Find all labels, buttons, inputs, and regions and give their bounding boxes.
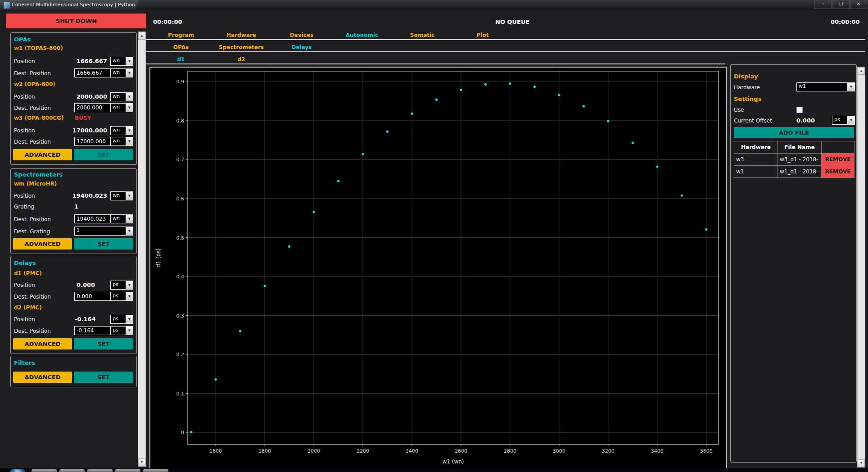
use-checkbox[interactable] (796, 107, 803, 113)
table-row: w1 w1_d1 - 2018- REMOVE (734, 166, 854, 178)
d2-dest-unit-select[interactable]: ps▼ (110, 326, 133, 335)
scroll-down-icon[interactable]: ▼ (138, 458, 145, 466)
w1-position-value: 1666.667 (62, 58, 107, 64)
d1-dest-unit-select[interactable]: ps▼ (110, 292, 133, 301)
queue-status: NO QUEUE (495, 18, 529, 25)
tab-d1[interactable]: d1 (177, 56, 185, 63)
w1-dest-unit-select[interactable]: wn▼ (110, 68, 133, 77)
d2-position-unit-select[interactable]: ps▼ (110, 315, 133, 324)
close-icon: ✕ (857, 1, 860, 6)
w2-dest-unit: wn (111, 104, 126, 112)
chevron-down-icon: ▼ (126, 57, 133, 65)
tab-plot[interactable]: Plot (477, 32, 489, 38)
w3-position-value: 17000.000 (62, 127, 107, 134)
d1-position-unit-select[interactable]: ps▼ (110, 281, 133, 290)
close-button[interactable]: ✕ (850, 0, 867, 9)
chevron-down-icon: ▼ (126, 327, 133, 335)
w2-position-value: 2000.000 (62, 93, 107, 100)
delays-section-title: Delays (14, 259, 36, 266)
tab-opas[interactable]: OPAs (173, 44, 189, 50)
w2-position-unit-select[interactable]: wn▼ (110, 92, 133, 101)
d1-dest-unit: ps (111, 292, 126, 300)
w3-dest-label: Dest. Position (14, 139, 51, 145)
svg-text:0.4: 0.4 (176, 274, 185, 280)
scatter-plot: 1600180020002200240026002800300032003400… (150, 68, 726, 468)
minimize-button[interactable]: – (814, 0, 832, 9)
tab-autonomic[interactable]: Autonomic (346, 32, 378, 38)
wm-dest-input[interactable]: 19400.023 (74, 214, 112, 223)
taskbar-button[interactable] (32, 469, 57, 472)
w2-dest-input[interactable]: 2000.000 (74, 103, 112, 112)
tab-underline-1 (140, 39, 865, 40)
filters-advanced-button[interactable]: ADVANCED (13, 372, 72, 383)
remove-file-button[interactable]: REMOVE (822, 166, 854, 177)
restore-button[interactable]: ❐ (832, 0, 850, 9)
d1-dest-input[interactable]: 0.000 (74, 292, 112, 301)
wm-position-unit: wn (111, 192, 126, 200)
w1-dest-unit: wn (111, 69, 126, 77)
wm-dest-grating-label: Dest. Grating (14, 228, 50, 235)
scroll-up-icon[interactable]: ▲ (138, 32, 145, 40)
wm-grating-value: 1 (74, 203, 83, 210)
d2-device-header: d2 (PMC) (14, 304, 42, 311)
chevron-down-icon: ▼ (126, 292, 133, 300)
hardware-select[interactable]: w1▼ (796, 82, 855, 91)
spectrometers-advanced-button[interactable]: ADVANCED (13, 238, 72, 250)
taskbar-button[interactable] (59, 469, 85, 472)
start-button[interactable] (10, 469, 25, 472)
opas-set-button[interactable]: SET (74, 149, 133, 160)
tab-program[interactable]: Program (168, 32, 194, 38)
w1-position-unit-select[interactable]: wn▼ (110, 57, 133, 66)
scroll-down-icon[interactable]: ▼ (858, 459, 865, 467)
col-actions (822, 141, 854, 154)
wm-dest-unit: wn (111, 215, 126, 223)
wm-position-unit-select[interactable]: wn▼ (110, 191, 133, 200)
w3-position-unit-select[interactable]: wn▼ (110, 126, 133, 135)
wm-position-label: Position (14, 193, 35, 199)
hardware-value: w1 (797, 83, 847, 91)
opas-advanced-button[interactable]: ADVANCED (13, 149, 72, 160)
offset-unit-select[interactable]: ps▼ (832, 116, 855, 125)
tab-somatic[interactable]: Somatic (410, 32, 434, 38)
table-row: w3 w3_d1 - 2018- REMOVE (734, 154, 854, 166)
tab-hardware[interactable]: Hardware (226, 32, 256, 38)
d2-dest-input[interactable]: -0.164 (74, 326, 112, 335)
svg-text:2600: 2600 (455, 448, 467, 454)
wm-dest-unit-select[interactable]: wn▼ (110, 214, 133, 223)
d1-position-label: Position (14, 282, 35, 288)
svg-text:d1 (ps): d1 (ps) (155, 248, 162, 267)
w2-position-label: Position (14, 94, 35, 100)
file-name: w3_d1 - 2018- (778, 154, 822, 166)
tab-spectrometers[interactable]: Spectrometers (219, 44, 264, 50)
taskbar-button[interactable] (143, 469, 168, 472)
add-file-button[interactable]: ADD FILE (734, 127, 854, 138)
w1-dest-input[interactable]: 1666.667 (74, 68, 112, 77)
w2-dest-unit-select[interactable]: wn▼ (110, 103, 133, 112)
svg-text:0.9: 0.9 (176, 79, 185, 85)
w3-dest-input[interactable]: 17000.000 (74, 137, 112, 146)
taskbar-button[interactable] (115, 469, 140, 472)
w2-device-header: w2 (OPA-800) (14, 81, 55, 87)
delays-set-button[interactable]: SET (74, 338, 133, 349)
chevron-down-icon: ▼ (847, 83, 854, 91)
delays-advanced-button[interactable]: ADVANCED (13, 338, 72, 349)
w3-dest-unit-select[interactable]: wn▼ (110, 137, 133, 146)
spectrometers-set-button[interactable]: SET (74, 238, 133, 250)
filters-set-button[interactable]: SET (74, 372, 133, 383)
wm-dest-grating-select[interactable]: 1▼ (74, 227, 133, 236)
right-panel-scrollbar[interactable]: ▲ ▼ (857, 67, 865, 467)
tab-d2[interactable]: d2 (238, 56, 245, 63)
wm-dest-grating-value: 1 (75, 227, 126, 235)
display-section-title: Display (734, 73, 758, 80)
d1-position-unit: ps (111, 281, 126, 289)
taskbar-button[interactable] (87, 469, 113, 472)
chevron-down-icon: ▼ (126, 93, 133, 101)
scroll-up-icon[interactable]: ▲ (858, 67, 865, 75)
tab-underline-2 (140, 51, 865, 52)
remove-file-button[interactable]: REMOVE (822, 154, 854, 165)
shutdown-button[interactable]: SHUT DOWN (6, 14, 146, 28)
svg-text:2800: 2800 (504, 448, 516, 454)
tab-devices[interactable]: Devices (290, 32, 313, 38)
tab-delays[interactable]: Delays (292, 44, 312, 50)
left-panel-scrollbar[interactable]: ▲ ▼ (138, 32, 146, 467)
